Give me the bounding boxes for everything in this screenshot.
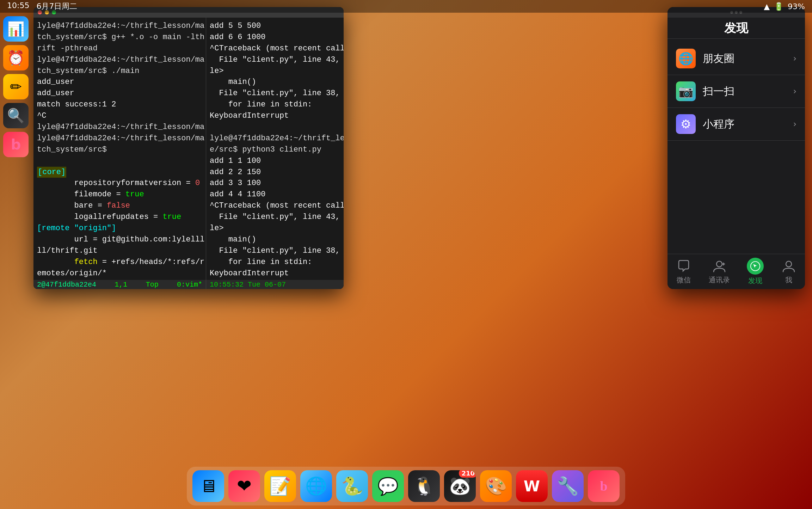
drama-icon: b [588, 470, 620, 502]
term-line [210, 122, 340, 133]
term-line: for line in stdin: [210, 99, 340, 110]
dock-icon-stickies[interactable]: 📝 [264, 470, 296, 502]
scan-label: 扫一扫 [703, 84, 793, 99]
term-line: File "client.py", line 38, in main [210, 245, 340, 257]
desktop-icons: 📊 ⏰ ✏️ 🔍 b [0, 13, 32, 161]
terminal-right-pane[interactable]: add 5 5 500 add 6 6 1000 ^CTraceback (mo… [206, 18, 344, 289]
term-line: logallrefupdates = true [37, 211, 202, 223]
browser-icon: 🌐 [300, 470, 332, 502]
nav-item-contacts[interactable]: 通讯录 [703, 256, 736, 288]
wechat-page-title: 发现 [724, 20, 748, 36]
vim-statusbar: 2@47f1ddba22e4 1,1 Top 0:vim* [33, 280, 206, 289]
term-line: KeyboardInterrupt [210, 268, 340, 279]
term-line: lyle@47f1ddba22e4:~/thrift_lesson/ma [37, 133, 202, 144]
dock-icon-python[interactable]: 🐍 [336, 470, 368, 502]
wechat-icon: 💬 [372, 470, 404, 502]
term-timestamp: 10:55:32 Tue 06-07 [210, 280, 286, 289]
term-line: url = git@github.com:lylelll [37, 234, 202, 245]
status-date: 6月7日周二 [36, 1, 77, 12]
wechat-menu: 🌐 朋友圈 › 📷 扫一扫 › ⚙️ 小程序 › [668, 39, 805, 254]
miniapp-icon: ⚙️ [676, 114, 696, 134]
wechat-navbar: 微信 通讯录 发现 [668, 254, 805, 289]
term-line: main() [210, 234, 340, 245]
terminal-right-statusbar: 10:55:32 Tue 06-07 [206, 280, 344, 289]
finder-icon: 🖥 [192, 470, 224, 502]
status-bar-right: ▲ 🔋 93% [764, 2, 805, 11]
term-line: add 2 2 150 [210, 167, 340, 178]
dock-icon-notes[interactable]: ❤️ [228, 470, 260, 502]
desktop-icon-search[interactable]: 🔍 [3, 103, 29, 128]
dock-icon-linux[interactable]: 🐧 [408, 470, 440, 502]
dock-icon-docs[interactable]: W [516, 470, 548, 502]
vim-host: 2@47f1ddba22e4 [37, 280, 96, 289]
wechat-header: 发现 [668, 18, 805, 39]
terminal-left-pane[interactable]: lyle@47f1ddba22e4:~/thrift_lesson/ma tch… [33, 18, 206, 289]
term-line: ll/thrift.git [37, 245, 202, 257]
contacts-icon [712, 258, 727, 274]
vim-mode: 0:vim* [177, 280, 202, 289]
term-line: File "client.py", line 43, in <modu [210, 211, 340, 223]
moments-icon: 🌐 [676, 49, 696, 68]
nav-label-me: 我 [785, 275, 792, 285]
stickies-icon: 📝 [264, 470, 296, 502]
term-line: add 5 5 500 [210, 20, 340, 32]
wechat-chat-icon [676, 258, 691, 274]
term-line: lyle@47f1ddba22e4:~/thrift_lesson/ma [37, 54, 202, 66]
desktop-icon-edit[interactable]: ✏️ [3, 74, 29, 99]
status-bar: 10:55 6月7日周二 ▲ 🔋 93% [0, 0, 812, 13]
term-line-fetch: fetch = +refs/heads/*:refs/r [37, 257, 202, 268]
term-line: add 1 1 100 [210, 155, 340, 167]
term-line: emotes/origin/* [37, 268, 202, 279]
vim-scroll: Top [146, 280, 159, 289]
dock-icon-drama[interactable]: b [588, 470, 620, 502]
notes-icon: ❤️ [228, 470, 260, 502]
dock-icon-tools[interactable]: 🔧 [552, 470, 584, 502]
desktop-icon-chart[interactable]: 📊 [3, 16, 29, 42]
term-line: tch_system/src$ ./main [37, 66, 202, 77]
linux-icon: 🐧 [408, 470, 440, 502]
nav-item-me[interactable]: 我 [775, 256, 802, 288]
wechat-panel: 发现 🌐 朋友圈 › 📷 扫一扫 › ⚙️ 小程序 › [668, 7, 805, 289]
dock-icon-art[interactable]: 🎨 [480, 470, 512, 502]
term-line [37, 155, 202, 167]
term-line: add 4 4 1100 [210, 189, 340, 200]
terminal-left-content: lyle@47f1ddba22e4:~/thrift_lesson/ma tch… [33, 18, 206, 280]
term-line: add_user [37, 88, 202, 99]
term-line: for line in stdin: [210, 257, 340, 268]
dock-icon-browser[interactable]: 🌐 [300, 470, 332, 502]
wechat-menu-scan[interactable]: 📷 扫一扫 › [668, 75, 805, 108]
status-bar-left: 10:55 6月7日周二 [7, 1, 77, 12]
term-line: ^C [37, 110, 202, 122]
terminal-window: lyle@47f1ddba22e4:~/thrift_lesson/ma tch… [33, 7, 344, 289]
term-line: add 3 3 100 [210, 178, 340, 189]
battery-level: 93% [788, 2, 805, 11]
term-line: bare = false [37, 200, 202, 211]
term-line: e/src$ python3 client.py [210, 144, 340, 155]
nav-item-wechat[interactable]: 微信 [670, 256, 697, 288]
dock: 🖥 ❤️ 📝 🌐 🐍 💬 🐧 🐼 210 🎨 W 🔧 b [187, 467, 625, 505]
python-icon: 🐍 [336, 470, 368, 502]
wechat-menu-miniapp[interactable]: ⚙️ 小程序 › [668, 108, 805, 141]
term-line: KeyboardInterrupt [210, 110, 340, 122]
dock-icon-panda[interactable]: 🐼 210 [444, 470, 476, 502]
nav-label-discover: 发现 [748, 276, 762, 286]
term-line: add_user [37, 76, 202, 88]
term-line: filemode = true [37, 189, 202, 200]
terminal-right-content: add 5 5 500 add 6 6 1000 ^CTraceback (mo… [206, 18, 344, 280]
dock-icon-wechat[interactable]: 💬 [372, 470, 404, 502]
wechat-menu-moments[interactable]: 🌐 朋友圈 › [668, 42, 805, 75]
docs-icon: W [516, 470, 548, 502]
dock-icon-finder[interactable]: 🖥 [192, 470, 224, 502]
terminal-body: lyle@47f1ddba22e4:~/thrift_lesson/ma tch… [33, 18, 344, 289]
svg-point-0 [716, 261, 722, 267]
term-line: repositoryformatversion = 0 [37, 178, 202, 189]
nav-item-discover[interactable]: 发现 [741, 255, 769, 288]
art-icon: 🎨 [480, 470, 512, 502]
battery-icon: 🔋 [774, 2, 783, 11]
desktop-icon-clock[interactable]: ⏰ [3, 45, 29, 70]
term-line: File "client.py", line 38, in main [210, 88, 340, 99]
svg-point-4 [786, 261, 792, 267]
term-line: ^CTraceback (most recent call last): [210, 43, 340, 54]
moments-label: 朋友圈 [703, 51, 793, 66]
desktop-icon-bili[interactable]: b [3, 132, 29, 157]
